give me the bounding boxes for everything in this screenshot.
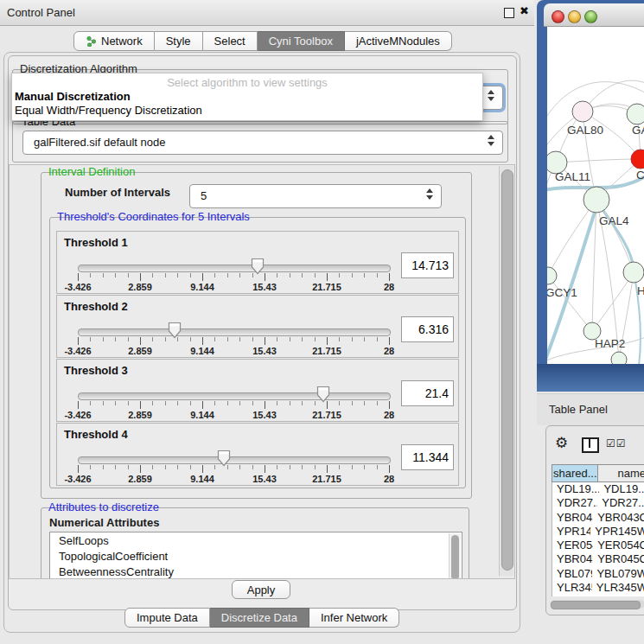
control-panel-titlebar: Control Panel ✖ <box>0 0 534 26</box>
threshold-value-field[interactable] <box>401 316 454 342</box>
slider-major-ticks <box>78 401 390 409</box>
network-node-ga[interactable] <box>627 104 644 124</box>
table-data-combobox[interactable]: galFiltered.sif default node <box>22 131 503 155</box>
slider-track[interactable] <box>78 265 391 272</box>
gear-icon[interactable]: ⚙ <box>555 436 568 450</box>
cell-name: YIL052C <box>599 595 644 596</box>
network-node-gal80[interactable] <box>572 101 593 122</box>
slider-thumb[interactable] <box>316 386 330 403</box>
attribute-item[interactable]: BetweennessCentrality <box>50 564 462 579</box>
tab-discretize-data[interactable]: Discretize Data <box>210 608 309 628</box>
tick-label: 2.859 <box>128 474 152 484</box>
tick-label: 9.144 <box>190 410 214 420</box>
panel-title: Control Panel <box>7 6 75 19</box>
table-row[interactable]: YER054CYER054C <box>552 539 644 552</box>
table-row[interactable]: YDL19...YDL19... <box>552 482 644 496</box>
cell-shared-name: YDR27... <box>552 496 597 510</box>
slider-thumb[interactable] <box>217 450 231 467</box>
threshold-label: Threshold 2 <box>64 300 128 313</box>
table-row[interactable]: YBL079WYBL079W <box>552 567 644 581</box>
tick-label: 9.144 <box>190 346 214 356</box>
bottom-tab-bar: Impute DataDiscretize DataInfer Network <box>124 608 399 628</box>
apply-button[interactable]: Apply <box>232 580 290 599</box>
network-node-gcy1[interactable] <box>547 267 557 284</box>
threshold-value-field[interactable] <box>401 380 454 406</box>
app-root: Control Panel ✖ NetworkStyleSelectCyni T… <box>0 0 644 644</box>
close-traffic-light[interactable] <box>552 10 564 23</box>
columns-icon[interactable] <box>582 437 599 453</box>
settings-scrollbar-thumb[interactable] <box>501 169 513 571</box>
slider-track[interactable] <box>78 328 391 336</box>
tab-cyni-toolbox[interactable]: Cyni Toolbox <box>258 31 345 51</box>
threshold-value-field[interactable] <box>401 444 454 470</box>
threshold-label: Threshold 3 <box>64 364 128 377</box>
table-row[interactable]: YBR045CYBR045C <box>552 552 644 566</box>
tab-jactivemnodules[interactable]: jActiveMNodules <box>345 31 452 51</box>
network-edge[interactable] <box>548 200 596 276</box>
slider-track[interactable] <box>78 456 391 464</box>
table-row[interactable]: YPR145WYPR145W <box>552 525 644 539</box>
tick-label: -3.426 <box>64 346 91 356</box>
zoom-traffic-light[interactable] <box>584 10 597 23</box>
tab-style[interactable]: Style <box>155 31 203 51</box>
numerical-attributes-list[interactable]: SelfLoopsTopologicalCoefficientBetweenne… <box>49 532 462 579</box>
network-edge[interactable] <box>556 159 641 163</box>
popup-hint: Select algorithm to view settings <box>12 76 482 89</box>
attributes-scrollbar[interactable] <box>449 533 461 579</box>
tick-label: 21.715 <box>312 346 341 356</box>
network-node-label: HAP2 <box>595 337 625 350</box>
algorithm-option[interactable]: Equal Width/Frequency Discretization <box>14 104 481 117</box>
network-node-gal4[interactable] <box>583 187 609 213</box>
spinner-stepper-icon[interactable] <box>426 188 433 200</box>
table-panel-title: Table Panel <box>549 403 608 416</box>
column-header-name[interactable]: name <box>598 465 644 481</box>
cell-name: YLR345W <box>592 581 644 595</box>
tick-label: 2.859 <box>128 346 152 356</box>
settings-scrollbar[interactable] <box>499 166 513 576</box>
network-canvas[interactable]: GAL80GACGAL11GAL4GCY1HHAP2 <box>547 27 644 364</box>
combo-stepper-icon[interactable] <box>488 90 494 101</box>
table-row[interactable]: YBR043CYBR043C <box>552 511 644 525</box>
network-node-label: GCY1 <box>547 286 577 299</box>
close-icon[interactable]: ✖ <box>520 4 529 17</box>
algorithm-option[interactable]: Manual Discretization <box>14 90 481 103</box>
minimize-traffic-light[interactable] <box>568 10 581 23</box>
network-node-label: H <box>637 284 644 297</box>
top-tab-bar: NetworkStyleSelectCyni ToolboxjActiveMNo… <box>73 31 452 51</box>
tick-label: -3.426 <box>64 282 91 292</box>
tick-label: 28 <box>384 410 394 420</box>
tab-impute-data[interactable]: Impute Data <box>124 608 210 628</box>
table-horizontal-scrollbar-thumb[interactable] <box>551 601 641 609</box>
slider-thumb[interactable] <box>251 258 265 275</box>
checkbox-icons[interactable]: ☑☑ <box>606 437 627 450</box>
tab-infer-network[interactable]: Infer Network <box>309 608 399 628</box>
threshold-value-field[interactable] <box>401 252 454 278</box>
attribute-item[interactable]: TopologicalCoefficient <box>50 548 462 564</box>
tick-label: 15.43 <box>252 474 277 484</box>
network-node-h[interactable] <box>623 262 644 283</box>
table-rows[interactable]: YDL19...YDL19...YDR27...YDR27...YBR043CY… <box>552 482 644 596</box>
tab-network[interactable]: Network <box>73 31 155 51</box>
combo-stepper-icon[interactable] <box>488 135 494 146</box>
slider-track[interactable] <box>78 392 391 400</box>
threshold-label: Threshold 1 <box>64 236 128 249</box>
cell-name: YPR145W <box>590 525 644 539</box>
attributes-scrollbar-thumb[interactable] <box>451 535 459 579</box>
table-row[interactable]: YDR27...YDR27... <box>552 496 644 510</box>
cell-name: YDL19... <box>599 482 644 496</box>
tick-label: 9.144 <box>190 282 214 292</box>
network-window-titlebar[interactable] <box>544 3 644 27</box>
slider-thumb[interactable] <box>168 322 182 339</box>
table-row[interactable]: YIL052CYIL052C <box>552 595 644 596</box>
cell-shared-name: YLR345W <box>552 581 592 595</box>
table-horizontal-scrollbar[interactable] <box>550 600 644 609</box>
tab-select[interactable]: Select <box>203 31 258 51</box>
network-node[interactable] <box>611 352 627 364</box>
float-window-icon[interactable] <box>504 8 514 18</box>
number-of-intervals-spinner[interactable]: 5 <box>189 184 442 208</box>
table-data-selected-value: galFiltered.sif default node <box>34 136 165 149</box>
table-row[interactable]: YLR345WYLR345W <box>552 581 644 595</box>
table-header-row: shared... name <box>552 464 644 482</box>
attribute-item[interactable]: SelfLoops <box>50 532 462 548</box>
column-header-shared-name[interactable]: shared... <box>552 465 598 481</box>
